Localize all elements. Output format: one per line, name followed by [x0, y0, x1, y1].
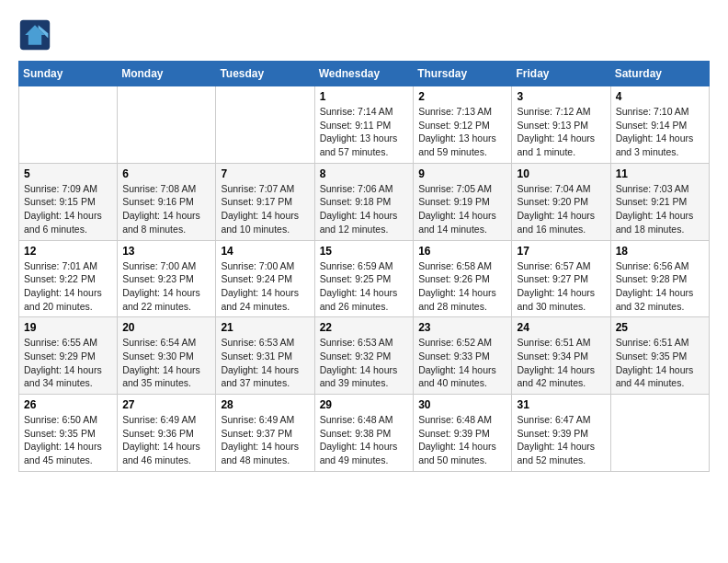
weekday-cell: Sunday: [19, 62, 118, 86]
day-number: 13: [122, 245, 210, 258]
day-number: 14: [221, 245, 309, 258]
calendar-day-cell: 1Sunrise: 7:14 AM Sunset: 9:11 PM Daylig…: [314, 86, 414, 164]
page-header: [18, 18, 710, 52]
calendar-day-cell: 22Sunrise: 6:53 AM Sunset: 9:32 PM Dayli…: [314, 317, 414, 395]
day-info: Sunrise: 7:09 AM Sunset: 9:15 PM Dayligh…: [24, 182, 112, 236]
calendar-week-row: 19Sunrise: 6:55 AM Sunset: 9:29 PM Dayli…: [19, 317, 710, 395]
day-number: 17: [517, 245, 605, 258]
calendar-day-cell: 6Sunrise: 7:08 AM Sunset: 9:16 PM Daylig…: [118, 163, 216, 240]
weekday-header-row: SundayMondayTuesdayWednesdayThursdayFrid…: [19, 62, 710, 86]
calendar-day-cell: 28Sunrise: 6:49 AM Sunset: 9:37 PM Dayli…: [216, 395, 314, 472]
day-number: 28: [221, 398, 309, 411]
calendar-day-cell: 21Sunrise: 6:53 AM Sunset: 9:31 PM Dayli…: [216, 317, 314, 395]
calendar-day-cell: 7Sunrise: 7:07 AM Sunset: 9:17 PM Daylig…: [216, 163, 314, 240]
calendar-week-row: 12Sunrise: 7:01 AM Sunset: 9:22 PM Dayli…: [19, 240, 710, 317]
calendar-table: SundayMondayTuesdayWednesdayThursdayFrid…: [18, 61, 710, 472]
day-info: Sunrise: 6:51 AM Sunset: 9:35 PM Dayligh…: [616, 336, 704, 390]
day-info: Sunrise: 6:58 AM Sunset: 9:26 PM Dayligh…: [418, 259, 506, 314]
day-number: 29: [320, 398, 409, 411]
calendar-day-cell: 20Sunrise: 6:54 AM Sunset: 9:30 PM Dayli…: [118, 317, 216, 395]
day-info: Sunrise: 6:54 AM Sunset: 9:30 PM Dayligh…: [122, 336, 210, 390]
day-info: Sunrise: 7:13 AM Sunset: 9:12 PM Dayligh…: [418, 105, 506, 159]
day-number: 9: [418, 167, 506, 180]
calendar-day-cell: 12Sunrise: 7:01 AM Sunset: 9:22 PM Dayli…: [19, 240, 118, 317]
day-info: Sunrise: 6:57 AM Sunset: 9:27 PM Dayligh…: [517, 259, 605, 314]
day-info: Sunrise: 7:00 AM Sunset: 9:24 PM Dayligh…: [221, 259, 309, 314]
day-info: Sunrise: 6:59 AM Sunset: 9:25 PM Dayligh…: [320, 259, 409, 314]
day-number: 20: [122, 321, 210, 334]
weekday-cell: Tuesday: [216, 62, 314, 86]
day-info: Sunrise: 6:48 AM Sunset: 9:39 PM Dayligh…: [418, 413, 506, 467]
calendar-day-cell: 26Sunrise: 6:50 AM Sunset: 9:35 PM Dayli…: [19, 395, 118, 472]
day-number: 5: [24, 167, 112, 180]
day-info: Sunrise: 7:01 AM Sunset: 9:22 PM Dayligh…: [24, 259, 112, 314]
day-number: 19: [24, 321, 112, 334]
day-number: 24: [517, 321, 605, 334]
day-number: 1: [320, 90, 409, 103]
day-info: Sunrise: 6:53 AM Sunset: 9:31 PM Dayligh…: [221, 336, 309, 390]
day-info: Sunrise: 7:12 AM Sunset: 9:13 PM Dayligh…: [517, 105, 605, 159]
calendar-day-cell: 5Sunrise: 7:09 AM Sunset: 9:15 PM Daylig…: [19, 163, 118, 240]
calendar-day-cell: 14Sunrise: 7:00 AM Sunset: 9:24 PM Dayli…: [216, 240, 314, 317]
day-number: 23: [418, 321, 506, 334]
calendar-day-cell: 9Sunrise: 7:05 AM Sunset: 9:19 PM Daylig…: [414, 163, 512, 240]
calendar-day-cell: 25Sunrise: 6:51 AM Sunset: 9:35 PM Dayli…: [610, 317, 709, 395]
day-number: 30: [418, 398, 506, 411]
day-info: Sunrise: 6:47 AM Sunset: 9:39 PM Dayligh…: [517, 413, 605, 467]
calendar-day-cell: 27Sunrise: 6:49 AM Sunset: 9:36 PM Dayli…: [118, 395, 216, 472]
day-info: Sunrise: 6:48 AM Sunset: 9:38 PM Dayligh…: [320, 413, 409, 467]
day-number: 6: [122, 167, 210, 180]
calendar-day-cell: 15Sunrise: 6:59 AM Sunset: 9:25 PM Dayli…: [314, 240, 414, 317]
weekday-cell: Friday: [512, 62, 610, 86]
day-number: 10: [517, 167, 605, 180]
weekday-cell: Monday: [118, 62, 216, 86]
logo-icon: [18, 18, 51, 52]
day-number: 25: [616, 321, 704, 334]
calendar-day-cell: 30Sunrise: 6:48 AM Sunset: 9:39 PM Dayli…: [414, 395, 512, 472]
day-info: Sunrise: 6:49 AM Sunset: 9:36 PM Dayligh…: [122, 413, 210, 467]
day-info: Sunrise: 6:49 AM Sunset: 9:37 PM Dayligh…: [221, 413, 309, 467]
day-number: 8: [320, 167, 409, 180]
day-info: Sunrise: 7:14 AM Sunset: 9:11 PM Dayligh…: [320, 105, 409, 159]
day-number: 7: [221, 167, 309, 180]
day-info: Sunrise: 7:08 AM Sunset: 9:16 PM Dayligh…: [122, 182, 210, 236]
weekday-cell: Saturday: [610, 62, 709, 86]
day-number: 22: [320, 321, 409, 334]
calendar-day-cell: 11Sunrise: 7:03 AM Sunset: 9:21 PM Dayli…: [610, 163, 709, 240]
day-info: Sunrise: 7:03 AM Sunset: 9:21 PM Dayligh…: [616, 182, 704, 236]
day-number: 27: [122, 398, 210, 411]
logo: [18, 18, 55, 52]
calendar-body: 1Sunrise: 7:14 AM Sunset: 9:11 PM Daylig…: [19, 86, 710, 472]
weekday-cell: Wednesday: [314, 62, 414, 86]
day-number: 15: [320, 245, 409, 258]
calendar-day-cell: 29Sunrise: 6:48 AM Sunset: 9:38 PM Dayli…: [314, 395, 414, 472]
calendar-week-row: 1Sunrise: 7:14 AM Sunset: 9:11 PM Daylig…: [19, 86, 710, 164]
day-info: Sunrise: 7:06 AM Sunset: 9:18 PM Dayligh…: [320, 182, 409, 236]
day-number: 31: [517, 398, 605, 411]
calendar-week-row: 5Sunrise: 7:09 AM Sunset: 9:15 PM Daylig…: [19, 163, 710, 240]
day-info: Sunrise: 6:53 AM Sunset: 9:32 PM Dayligh…: [320, 336, 409, 390]
day-number: 11: [616, 167, 704, 180]
day-info: Sunrise: 6:55 AM Sunset: 9:29 PM Dayligh…: [24, 336, 112, 390]
day-info: Sunrise: 6:52 AM Sunset: 9:33 PM Dayligh…: [418, 336, 506, 390]
day-info: Sunrise: 7:10 AM Sunset: 9:14 PM Dayligh…: [616, 105, 704, 159]
calendar-day-cell: 31Sunrise: 6:47 AM Sunset: 9:39 PM Dayli…: [512, 395, 610, 472]
day-info: Sunrise: 6:51 AM Sunset: 9:34 PM Dayligh…: [517, 336, 605, 390]
calendar-day-cell: 19Sunrise: 6:55 AM Sunset: 9:29 PM Dayli…: [19, 317, 118, 395]
calendar-day-cell: 16Sunrise: 6:58 AM Sunset: 9:26 PM Dayli…: [414, 240, 512, 317]
calendar-day-cell: 24Sunrise: 6:51 AM Sunset: 9:34 PM Dayli…: [512, 317, 610, 395]
day-info: Sunrise: 7:00 AM Sunset: 9:23 PM Dayligh…: [122, 259, 210, 314]
calendar-day-cell: 18Sunrise: 6:56 AM Sunset: 9:28 PM Dayli…: [610, 240, 709, 317]
calendar-day-cell: [216, 86, 314, 164]
day-info: Sunrise: 6:56 AM Sunset: 9:28 PM Dayligh…: [616, 259, 704, 314]
day-number: 12: [24, 245, 112, 258]
calendar-day-cell: 2Sunrise: 7:13 AM Sunset: 9:12 PM Daylig…: [414, 86, 512, 164]
calendar-day-cell: 13Sunrise: 7:00 AM Sunset: 9:23 PM Dayli…: [118, 240, 216, 317]
day-number: 2: [418, 90, 506, 103]
day-number: 3: [517, 90, 605, 103]
day-info: Sunrise: 6:50 AM Sunset: 9:35 PM Dayligh…: [24, 413, 112, 467]
day-info: Sunrise: 7:05 AM Sunset: 9:19 PM Dayligh…: [418, 182, 506, 236]
calendar-day-cell: 4Sunrise: 7:10 AM Sunset: 9:14 PM Daylig…: [610, 86, 709, 164]
day-number: 26: [24, 398, 112, 411]
day-info: Sunrise: 7:07 AM Sunset: 9:17 PM Dayligh…: [221, 182, 309, 236]
